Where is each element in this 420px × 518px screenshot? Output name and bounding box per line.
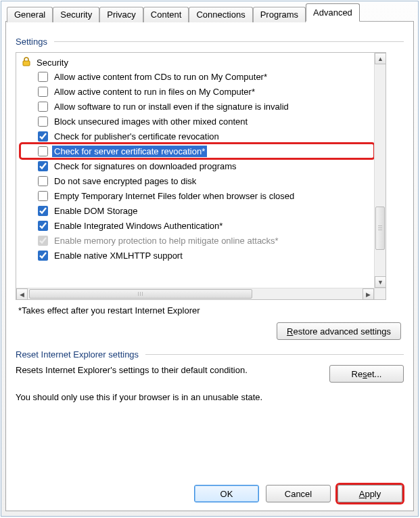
setting-checkbox <box>38 236 48 246</box>
vertical-scroll-track[interactable] <box>375 64 386 276</box>
horizontal-scroll-track[interactable] <box>28 288 363 299</box>
internet-options-dialog: General Security Privacy Content Connect… <box>1 1 419 517</box>
setting-label: Allow active content from CDs to run on … <box>52 71 269 83</box>
setting-label: Block unsecured images with other mixed … <box>52 116 250 127</box>
scroll-down-button[interactable]: ▼ <box>375 276 386 288</box>
setting-label: Allow active content to run in files on … <box>52 86 257 98</box>
setting-label: Empty Temporary Internet Files folder wh… <box>52 190 296 202</box>
divider <box>145 354 404 355</box>
horizontal-scroll-thumb[interactable] <box>29 289 252 299</box>
tab-advanced[interactable]: Advanced <box>306 3 360 22</box>
setting-checkbox[interactable] <box>38 87 48 97</box>
setting-item[interactable]: Allow active content from CDs to run on … <box>20 69 374 84</box>
setting-label: Enable DOM Storage <box>52 205 140 217</box>
setting-item[interactable]: Check for server certificate revocation* <box>20 144 374 158</box>
reset-description: Resets Internet Explorer's settings to t… <box>16 365 319 375</box>
reset-button[interactable]: Reset... <box>329 365 404 383</box>
setting-label: Do not save encrypted pages to disk <box>52 175 198 187</box>
setting-checkbox[interactable] <box>38 131 48 142</box>
setting-checkbox[interactable] <box>38 206 48 216</box>
scroll-corner <box>374 288 386 299</box>
dialog-button-row: OK Cancel Apply <box>194 485 402 502</box>
apply-button[interactable]: Apply <box>337 485 402 502</box>
reset-group: Reset Internet Explorer settings Resets … <box>16 349 404 402</box>
setting-item[interactable]: Allow active content to run in files on … <box>20 84 374 99</box>
vertical-scrollbar[interactable]: ▲ ▼ <box>374 53 386 288</box>
setting-item[interactable]: Enable native XMLHTTP support <box>20 248 374 263</box>
restore-advanced-settings-button[interactable]: Restore advanced settings <box>277 322 401 340</box>
setting-label: Check for signatures on downloaded progr… <box>52 160 239 172</box>
setting-label: Allow software to run or install even if… <box>52 101 291 112</box>
tab-strip: General Security Privacy Content Connect… <box>1 1 418 22</box>
setting-checkbox[interactable] <box>38 102 48 112</box>
scroll-up-button[interactable]: ▲ <box>375 53 386 64</box>
setting-label: Enable memory protection to help mitigat… <box>52 235 281 246</box>
setting-item[interactable]: Check for publisher's certificate revoca… <box>20 129 374 144</box>
tab-privacy[interactable]: Privacy <box>99 7 143 22</box>
setting-item[interactable]: Check for signatures on downloaded progr… <box>20 158 374 173</box>
tab-panel-advanced: Settings Security Allow active content f… <box>5 21 414 511</box>
security-category-label: Security <box>37 58 68 68</box>
settings-tree-viewport: Security Allow active content from CDs t… <box>16 53 374 288</box>
setting-checkbox[interactable] <box>38 176 48 186</box>
setting-item[interactable]: Allow software to run or install even if… <box>20 99 374 114</box>
scroll-left-button[interactable]: ◀ <box>16 288 28 300</box>
scroll-right-button[interactable]: ▶ <box>363 288 374 300</box>
tab-programs[interactable]: Programs <box>253 7 306 22</box>
restart-note: *Takes effect after you restart Internet… <box>18 305 401 316</box>
tab-security[interactable]: Security <box>53 7 99 22</box>
setting-label: Enable native XMLHTTP support <box>52 250 185 261</box>
ok-button[interactable]: OK <box>194 485 259 502</box>
setting-checkbox[interactable] <box>38 146 48 156</box>
unusable-note: You should only use this if your browser… <box>16 392 404 402</box>
setting-label: Enable Integrated Windows Authentication… <box>52 220 225 232</box>
setting-checkbox[interactable] <box>38 191 48 201</box>
setting-checkbox[interactable] <box>38 161 48 171</box>
setting-label: Check for publisher's certificate revoca… <box>52 131 221 142</box>
setting-item[interactable]: Block unsecured images with other mixed … <box>20 114 374 129</box>
cancel-button[interactable]: Cancel <box>266 485 331 502</box>
reset-group-label: Reset Internet Explorer settings <box>16 349 139 360</box>
setting-item[interactable]: Enable Integrated Windows Authentication… <box>20 218 374 233</box>
setting-label: Check for server certificate revocation* <box>52 146 207 157</box>
tab-connections[interactable]: Connections <box>189 7 252 22</box>
setting-item[interactable]: Do not save encrypted pages to disk <box>20 173 374 188</box>
settings-group-label: Settings <box>16 37 47 47</box>
setting-checkbox[interactable] <box>38 116 48 127</box>
setting-checkbox[interactable] <box>38 221 48 231</box>
settings-tree[interactable]: Security Allow active content from CDs t… <box>16 52 386 300</box>
svg-rect-0 <box>23 61 30 66</box>
tab-general[interactable]: General <box>7 7 53 22</box>
setting-item[interactable]: Enable DOM Storage <box>20 203 374 218</box>
setting-checkbox[interactable] <box>38 251 48 261</box>
setting-item[interactable]: Empty Temporary Internet Files folder wh… <box>20 188 374 203</box>
setting-checkbox[interactable] <box>38 72 48 82</box>
vertical-scroll-thumb[interactable] <box>375 207 385 250</box>
setting-item[interactable]: Enable memory protection to help mitigat… <box>20 233 374 248</box>
lock-icon <box>20 56 32 69</box>
security-category: Security <box>20 56 374 69</box>
horizontal-scrollbar[interactable]: ◀ ▶ <box>16 288 374 299</box>
divider <box>54 41 404 42</box>
settings-group: Settings Security Allow active content f… <box>16 37 404 340</box>
tab-content[interactable]: Content <box>143 7 189 22</box>
